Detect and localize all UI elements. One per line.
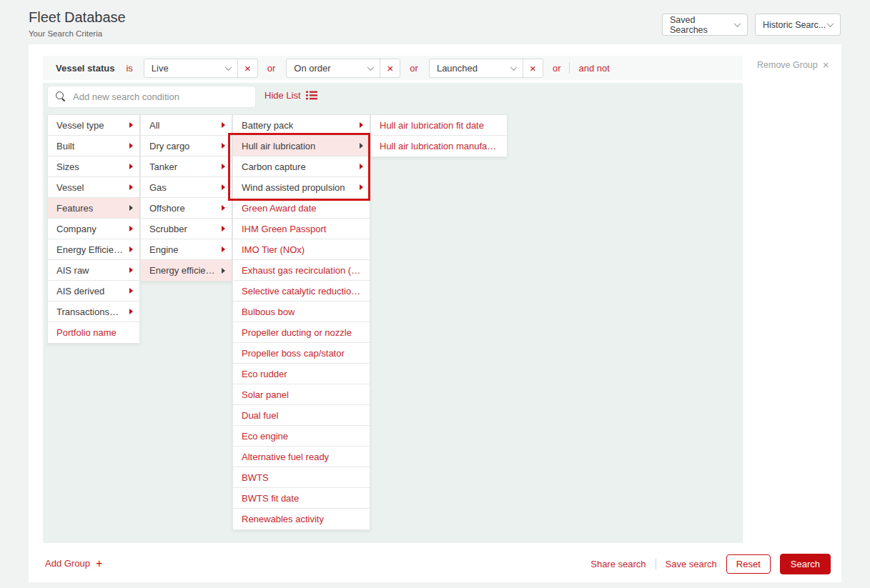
footer-actions: Share search Save search Reset Search — [590, 554, 831, 574]
submenu-arrow-icon — [129, 205, 133, 211]
menu-item-vessel-type[interactable]: Vessel type — [48, 115, 139, 136]
menu-item-label: Selective catalytic reduction (SCR) — [242, 286, 363, 297]
menu-item-solar-panel[interactable]: Solar panel — [233, 384, 370, 405]
search-input[interactable] — [73, 91, 255, 102]
menu-item-wind-assisted-propulsion[interactable]: Wind assisted propulsion — [233, 177, 370, 198]
and-not-link[interactable]: and not — [578, 63, 609, 74]
menu-item-eco-rudder[interactable]: Eco rudder — [233, 364, 370, 384]
submenu-arrow-icon — [129, 267, 133, 273]
menu-item-energy-efficiency[interactable]: Energy Efficiency — [48, 239, 139, 260]
menu-item-bulbous-bow[interactable]: Bulbous bow — [233, 302, 370, 322]
menu-item-energy-efficiency[interactable]: Energy efficiency — [141, 260, 232, 281]
submenu-arrow-icon — [360, 164, 363, 169]
menu-item-carbon-capture[interactable]: Carbon capture — [233, 156, 370, 177]
menu-item-ais-raw[interactable]: AIS raw — [48, 260, 139, 281]
menu-item-propeller-ducting-or-nozzle[interactable]: Propeller ducting or nozzle — [233, 322, 370, 343]
value-select-3[interactable]: Launched × — [429, 59, 543, 78]
menu-item-label: BWTS fit date — [242, 493, 299, 504]
menu-item-bwts-fit-date[interactable]: BWTS fit date — [233, 488, 370, 509]
menu-item-green-award-date[interactable]: Green Award date — [233, 198, 370, 219]
close-icon: × — [823, 61, 829, 69]
menu-item-ais-derived[interactable]: AIS derived — [48, 281, 139, 302]
menu-item-hull-air-lubrication-manufacturer[interactable]: Hull air lubrication manufacturer — [371, 136, 507, 156]
menu-item-built[interactable]: Built — [48, 136, 139, 156]
or-label: or — [267, 63, 276, 74]
menu-item-hull-air-lubrication[interactable]: Hull air lubrication — [233, 136, 370, 156]
remove-group-button[interactable]: Remove Group × — [757, 60, 829, 70]
menu-item-label: Company — [56, 224, 97, 234]
menu-item-eco-engine[interactable]: Eco engine — [233, 426, 370, 447]
remove-value-3-button[interactable]: × — [523, 59, 543, 77]
menu-item-engine[interactable]: Engine — [141, 239, 232, 260]
menu-item-exhaust-gas-recirculation-egr[interactable]: Exhaust gas recirculation (EGR) — [233, 260, 370, 281]
save-search-link[interactable]: Save search — [666, 559, 717, 569]
menu-item-company[interactable]: Company — [48, 219, 139, 239]
menu-item-label: AIS raw — [56, 265, 89, 276]
saved-searches-dropdown[interactable]: Saved Searches — [662, 14, 748, 36]
menu-item-alternative-fuel-ready[interactable]: Alternative fuel ready — [233, 447, 370, 467]
menu-item-label: Eco rudder — [242, 369, 287, 379]
submenu-arrow-icon — [222, 226, 225, 231]
hide-list-button[interactable]: Hide List — [265, 90, 317, 101]
menu-item-label: Offshore — [149, 203, 185, 214]
menu-item-sizes[interactable]: Sizes — [48, 156, 139, 177]
menu-item-gas[interactable]: Gas — [141, 177, 232, 198]
menu-item-ihm-green-passport[interactable]: IHM Green Passport — [233, 219, 370, 239]
submenu-arrow-icon — [360, 143, 363, 149]
menu-column-level-1: Vessel typeBuiltSizesVesselFeaturesCompa… — [47, 114, 140, 344]
menu-item-label: All — [149, 120, 159, 131]
historic-searches-dropdown[interactable]: Historic Searc... — [755, 14, 841, 36]
menu-item-scrubber[interactable]: Scrubber — [141, 219, 232, 239]
value-select-2-value: On order — [287, 63, 368, 74]
menu-item-features[interactable]: Features — [48, 198, 139, 219]
menu-item-label: Features — [56, 203, 93, 214]
value-select-1[interactable]: Live × — [144, 59, 258, 78]
chevron-down-icon — [510, 64, 517, 71]
list-icon — [306, 91, 317, 100]
submenu-arrow-icon — [222, 184, 225, 190]
share-search-link[interactable]: Share search — [590, 559, 646, 569]
value-select-2[interactable]: On order × — [286, 59, 400, 78]
search-button[interactable]: Search — [780, 554, 831, 574]
submenu-arrow-icon — [360, 184, 363, 190]
menu-item-dual-fuel[interactable]: Dual fuel — [233, 405, 370, 426]
chevron-down-icon — [367, 64, 375, 71]
menu-item-battery-pack[interactable]: Battery pack — [233, 115, 370, 136]
divider — [656, 559, 656, 569]
menu-item-label: Solar panel — [242, 389, 289, 400]
remove-value-1-button[interactable]: × — [238, 59, 257, 77]
remove-value-2-button[interactable]: × — [380, 59, 400, 77]
submenu-arrow-icon — [129, 122, 133, 128]
menu-item-all[interactable]: All — [141, 115, 232, 136]
page-title: Fleet Database — [29, 9, 126, 26]
menu-item-renewables-activity[interactable]: Renewables activity — [233, 509, 370, 529]
menu-item-label: IMO Tier (NOx) — [242, 244, 305, 255]
menu-item-propeller-boss-cap-stator[interactable]: Propeller boss cap/stator — [233, 343, 370, 364]
menu-item-label: Propeller boss cap/stator — [242, 348, 345, 359]
menu-item-label: TransactionsNew — [56, 307, 124, 317]
add-group-button[interactable]: Add Group + — [45, 558, 102, 569]
search-criteria-card: Vessel status is Live × or On order × or… — [29, 44, 841, 582]
menu-item-dry-cargo[interactable]: Dry cargo — [141, 136, 232, 156]
menu-item-label: Alternative fuel ready — [242, 452, 329, 462]
submenu-arrow-icon — [222, 122, 225, 128]
page-subtitle: Your Search Criteria — [29, 29, 102, 38]
menu-item-bwts[interactable]: BWTS — [233, 467, 370, 488]
menu-item-label: Vessel type — [56, 120, 104, 131]
menu-item-selective-catalytic-reduction-scr[interactable]: Selective catalytic reduction (SCR) — [233, 281, 370, 302]
menu-item-offshore[interactable]: Offshore — [141, 198, 232, 219]
submenu-arrow-icon — [129, 288, 133, 294]
plus-icon: + — [96, 559, 102, 568]
menu-item-label: Scrubber — [149, 224, 187, 234]
menu-item-hull-air-lubrication-fit-date[interactable]: Hull air lubrication fit date — [371, 115, 507, 136]
menu-item-imo-tier-nox[interactable]: IMO Tier (NOx) — [233, 239, 370, 260]
menu-item-transactions[interactable]: TransactionsNew — [48, 302, 139, 322]
menu-item-tanker[interactable]: Tanker — [141, 156, 232, 177]
reset-button[interactable]: Reset — [726, 554, 771, 574]
menu-item-vessel[interactable]: Vessel — [48, 177, 139, 198]
criteria-operator[interactable]: is — [126, 63, 132, 74]
menu-item-portfolio-name[interactable]: Portfolio name — [48, 322, 139, 343]
menu-item-label: Sizes — [56, 161, 79, 172]
value-select-3-value: Launched — [430, 63, 511, 74]
menu-item-label: Dry cargo — [149, 141, 189, 151]
